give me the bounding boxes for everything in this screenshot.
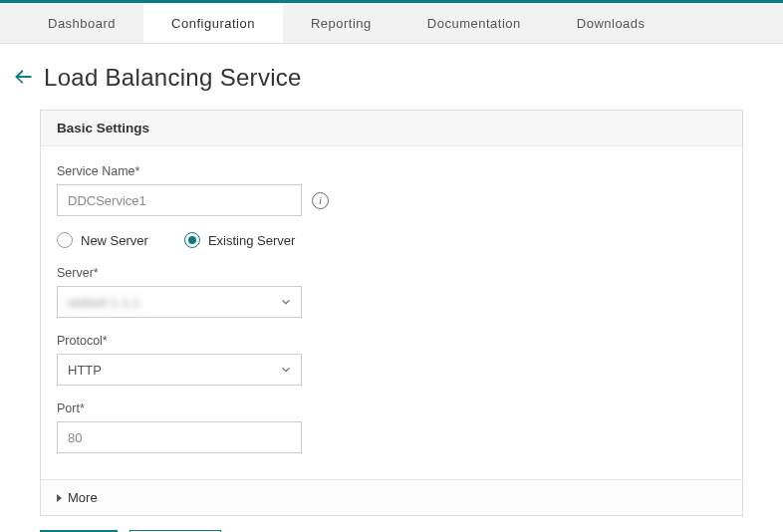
tab-configuration[interactable]: Configuration	[143, 3, 283, 43]
caret-right-icon	[57, 494, 62, 502]
chevron-down-icon	[281, 297, 291, 307]
basic-settings-panel: Basic Settings Service Name* i New Serve…	[40, 110, 743, 516]
panel-heading: Basic Settings	[41, 111, 742, 146]
page-title: Load Balancing Service	[44, 64, 302, 92]
radio-existing-server[interactable]: Existing Server	[184, 232, 295, 248]
radio-label: Existing Server	[208, 233, 295, 248]
service-name-label: Service Name*	[57, 164, 726, 178]
port-field: Port*	[57, 401, 726, 453]
server-select[interactable]: webwit 1.1.1	[57, 286, 302, 318]
radio-label: New Server	[81, 233, 148, 248]
radio-circle-icon	[57, 232, 73, 248]
page-header: Load Balancing Service	[0, 44, 783, 110]
service-name-field: Service Name* i	[57, 164, 726, 216]
main-tabs: Dashboard Configuration Reporting Docume…	[0, 3, 783, 44]
tab-dashboard[interactable]: Dashboard	[20, 3, 143, 43]
tab-documentation[interactable]: Documentation	[399, 3, 549, 43]
service-name-input[interactable]	[57, 184, 302, 216]
info-icon[interactable]: i	[312, 192, 329, 209]
radio-new-server[interactable]: New Server	[57, 232, 148, 248]
protocol-label: Protocol*	[57, 334, 726, 348]
server-mode-radio-group: New Server Existing Server	[57, 232, 726, 248]
protocol-select-value: HTTP	[68, 363, 102, 378]
port-label: Port*	[57, 401, 726, 415]
more-toggle[interactable]: More	[41, 479, 742, 515]
protocol-field: Protocol* HTTP	[57, 334, 726, 386]
radio-circle-icon	[184, 232, 200, 248]
back-arrow-icon[interactable]	[14, 68, 34, 88]
port-input[interactable]	[57, 421, 302, 453]
server-label: Server*	[57, 266, 726, 280]
server-field: Server* webwit 1.1.1	[57, 266, 726, 318]
protocol-select[interactable]: HTTP	[57, 354, 302, 386]
tab-reporting[interactable]: Reporting	[283, 3, 399, 43]
tab-downloads[interactable]: Downloads	[549, 3, 673, 43]
more-label: More	[68, 490, 98, 505]
chevron-down-icon	[281, 365, 291, 375]
form-actions: OK Cancel	[0, 516, 783, 532]
panel-body: Service Name* i New Server Existing Serv…	[41, 146, 742, 479]
server-select-value: webwit 1.1.1	[68, 295, 139, 310]
